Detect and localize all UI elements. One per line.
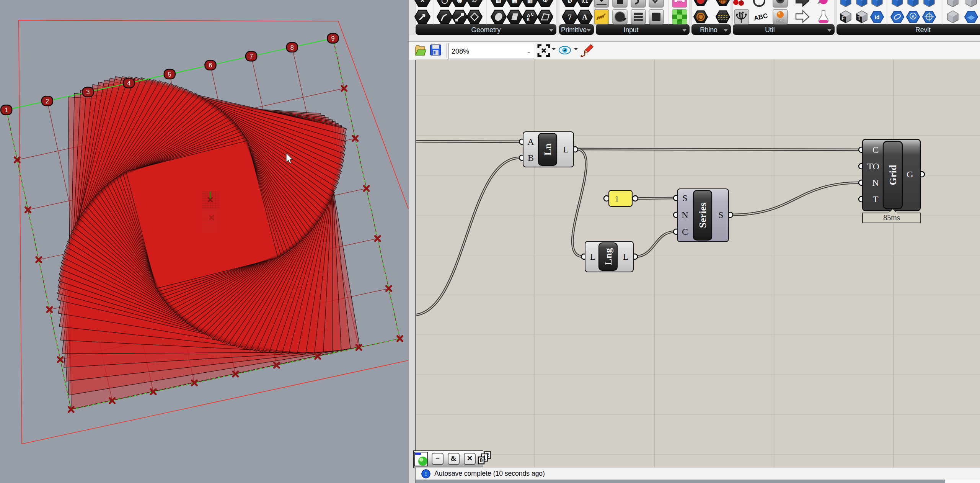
- svg-text:Ln: Ln: [542, 143, 553, 156]
- svg-text:Lng: Lng: [603, 248, 614, 265]
- svg-text:N: N: [872, 178, 879, 188]
- svg-text:Input: Input: [624, 26, 639, 34]
- svg-text:C: C: [531, 12, 533, 16]
- svg-text:id: id: [875, 14, 879, 20]
- svg-text:◉: ◉: [457, 0, 462, 3]
- svg-text:▱: ▱: [472, 0, 477, 3]
- svg-text:▧: ▧: [496, 0, 501, 3]
- svg-text:T: T: [873, 194, 879, 204]
- svg-text:C: C: [682, 227, 688, 237]
- svg-text:7: 7: [568, 13, 572, 21]
- svg-text:L: L: [623, 252, 629, 262]
- svg-text:85ms: 85ms: [883, 213, 900, 222]
- svg-text:7: 7: [249, 53, 253, 60]
- svg-text:▥: ▥: [527, 0, 533, 3]
- svg-text:Ø: Ø: [567, 0, 572, 4]
- svg-text:3: 3: [86, 89, 90, 95]
- svg-text:Revit: Revit: [915, 26, 931, 34]
- svg-text:0: 0: [480, 457, 483, 463]
- svg-text:B: B: [527, 18, 529, 22]
- svg-text:Util: Util: [765, 26, 775, 34]
- svg-text:6: 6: [209, 62, 212, 69]
- svg-text:5: 5: [168, 71, 171, 78]
- svg-text:0.1: 0.1: [582, 0, 588, 4]
- svg-text:Series: Series: [697, 203, 708, 228]
- svg-text:!: !: [425, 470, 427, 478]
- svg-text:8: 8: [290, 44, 294, 51]
- svg-text:N: N: [682, 210, 688, 220]
- svg-text:T: T: [858, 15, 861, 21]
- svg-text:Primitive: Primitive: [561, 26, 587, 34]
- svg-text:9: 9: [331, 35, 335, 42]
- svg-text:4: 4: [127, 80, 130, 87]
- svg-text:A: A: [582, 13, 587, 21]
- svg-text:S: S: [682, 193, 687, 203]
- svg-text:S: S: [718, 210, 723, 220]
- svg-text:F: F: [841, 15, 845, 21]
- svg-text:Φ: Φ: [543, 0, 548, 3]
- svg-text:Rhino: Rhino: [700, 26, 717, 34]
- svg-text:Grid: Grid: [887, 165, 898, 185]
- svg-text:1: 1: [5, 107, 8, 113]
- svg-text:✕: ✕: [420, 0, 425, 3]
- svg-text:L: L: [590, 252, 596, 262]
- svg-text:TO: TO: [867, 161, 879, 171]
- svg-text:Geometry: Geometry: [471, 26, 501, 34]
- svg-text:B: B: [528, 153, 534, 163]
- svg-text:2: 2: [46, 98, 49, 105]
- svg-text:▦: ▦: [512, 0, 517, 3]
- svg-text:REC: REC: [776, 19, 784, 23]
- svg-text:A: A: [527, 137, 534, 147]
- svg-text:L: L: [563, 144, 569, 154]
- svg-text:A: A: [912, 14, 915, 19]
- svg-text:C: C: [872, 145, 879, 155]
- svg-text:1: 1: [615, 194, 619, 203]
- svg-text:G: G: [907, 169, 913, 179]
